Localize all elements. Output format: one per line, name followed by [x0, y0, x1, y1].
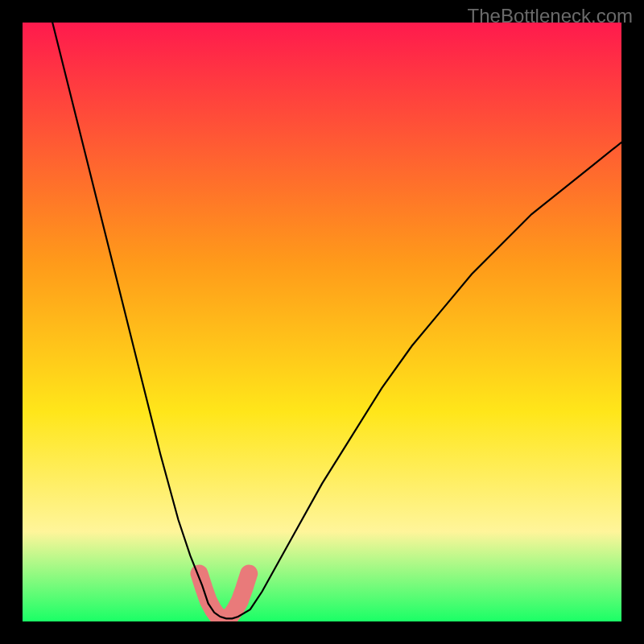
- chart-plot-area: [23, 23, 621, 621]
- chart-svg: [23, 23, 621, 621]
- watermark-text: TheBottleneck.com: [468, 5, 633, 27]
- chart-background: [23, 23, 621, 621]
